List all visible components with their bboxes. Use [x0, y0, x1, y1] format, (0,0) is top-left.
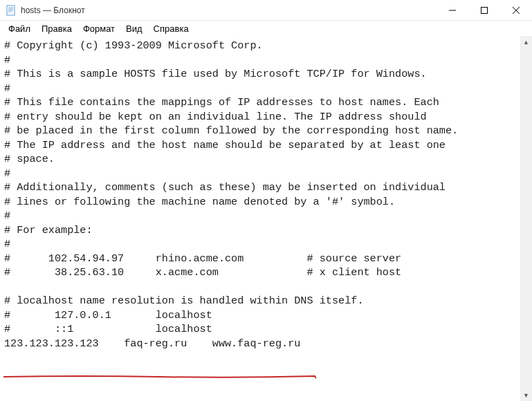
- titlebar: hosts — Блокнот: [0, 0, 532, 21]
- window-title: hosts — Блокнот: [21, 6, 437, 15]
- maximize-button[interactable]: [468, 0, 500, 20]
- menu-file[interactable]: Файл: [3, 22, 36, 35]
- notepad-icon: [6, 5, 17, 16]
- scroll-track[interactable]: [520, 48, 532, 389]
- text-editor[interactable]: # Copyright (c) 1993-2009 Microsoft Corp…: [0, 36, 520, 401]
- menu-help[interactable]: Справка: [148, 22, 194, 35]
- menu-edit[interactable]: Правка: [36, 22, 77, 35]
- scroll-down-button[interactable]: ▼: [520, 389, 532, 401]
- svg-rect-6: [481, 7, 488, 13]
- scroll-up-button[interactable]: ▲: [520, 36, 532, 48]
- minimize-button[interactable]: [437, 0, 468, 20]
- close-button[interactable]: [500, 0, 532, 20]
- menu-view[interactable]: Вид: [120, 22, 148, 35]
- vertical-scrollbar[interactable]: ▲ ▼: [520, 36, 532, 401]
- menu-format[interactable]: Формат: [77, 22, 120, 35]
- editor-wrap: # Copyright (c) 1993-2009 Microsoft Corp…: [0, 36, 532, 401]
- window-controls: [437, 0, 532, 20]
- menubar: Файл Правка Формат Вид Справка: [0, 21, 532, 36]
